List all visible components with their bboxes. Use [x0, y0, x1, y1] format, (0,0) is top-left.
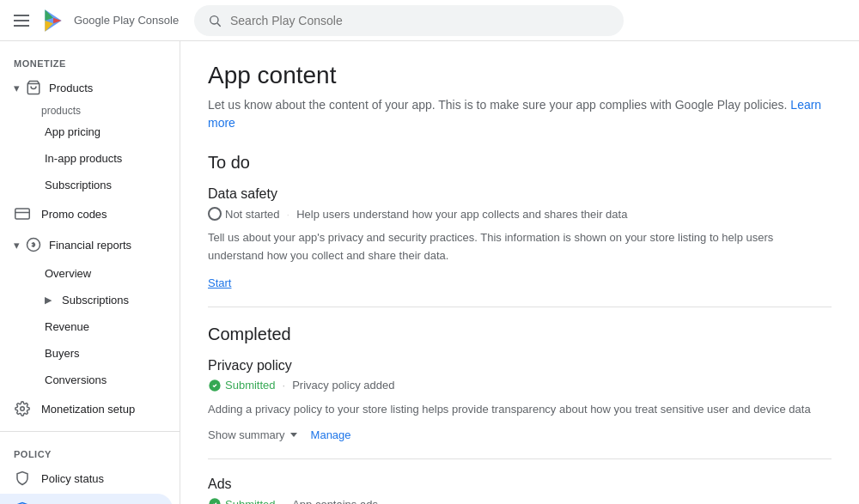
check-circle-icon-privacy [208, 379, 222, 392]
data-safety-desc: Tell us about your app's privacy and sec… [208, 229, 832, 265]
products-label: Products [49, 82, 93, 94]
chevron-down-icon-fin: ▾ [14, 239, 20, 252]
shield-icon [14, 470, 31, 487]
sidebar-item-revenue[interactable]: Revenue [0, 313, 173, 340]
revenue-label: Revenue [45, 320, 89, 333]
svg-rect-7 [15, 209, 30, 219]
overview-label: Overview [45, 267, 91, 280]
start-link[interactable]: Start [208, 276, 231, 289]
todo-section-title: To do [208, 153, 832, 173]
menu-icon[interactable] [14, 15, 29, 27]
sidebar-item-app-content[interactable]: App content [0, 494, 173, 504]
chevron-down-icon: ▾ [14, 82, 20, 94]
privacy-show-summary[interactable]: Show summary [208, 428, 297, 441]
not-started-text: Not started [225, 208, 280, 221]
sidebar-item-financial-reports[interactable]: ▾ Financial reports [0, 229, 180, 260]
ads-title: Ads [208, 477, 832, 492]
monetization-setup-label: Monetization setup [41, 403, 135, 416]
subscriptions-label: Subscriptions [45, 179, 112, 191]
play-logo-icon [40, 7, 67, 34]
search-icon [208, 14, 222, 27]
ads-status-desc: App contains ads [292, 498, 378, 504]
sidebar-item-overview[interactable]: Overview [0, 260, 173, 287]
sidebar-item-inapp-products[interactable]: In-app products [0, 145, 173, 172]
financial-reports-label: Financial reports [49, 239, 131, 252]
submitted-badge-ads: Submitted [208, 497, 276, 504]
shield-check-icon [14, 501, 31, 504]
promo-icon [14, 205, 31, 222]
sidebar-item-promo-codes[interactable]: Promo codes [0, 198, 173, 229]
monetize-section-label: Monetize [0, 48, 180, 72]
promo-codes-label: Promo codes [41, 208, 107, 221]
settings-icon [14, 400, 31, 417]
logo: Google Play Console [14, 7, 194, 34]
sidebar-divider [0, 431, 180, 432]
svg-line-5 [217, 23, 221, 27]
privacy-policy-actions: Show summary Manage [208, 428, 832, 441]
search-input[interactable] [230, 14, 610, 27]
submitted-text-ads: Submitted [225, 498, 276, 504]
not-started-badge: Not started [208, 207, 280, 221]
privacy-policy-desc: Adding a privacy policy to your store li… [208, 401, 832, 419]
policy-section-label: Policy [0, 439, 180, 463]
fin-subscriptions-label: Subscriptions [62, 294, 129, 307]
privacy-manage-link[interactable]: Manage [311, 428, 351, 441]
buyers-label: Buyers [45, 347, 79, 360]
sidebar-item-buyers[interactable]: Buyers [0, 340, 173, 367]
data-safety-card: Data safety Not started · Help users und… [208, 186, 832, 307]
layout: Monetize ▾ Products products App pricing… [0, 41, 859, 504]
sidebar-item-subscriptions-products[interactable]: Subscriptions [0, 172, 173, 198]
dollar-icon [25, 236, 42, 253]
sidebar-item-monetization-setup[interactable]: Monetization setup [0, 393, 173, 424]
products-sub-label: products [0, 103, 180, 118]
chevron-down-privacy [290, 433, 297, 437]
sidebar-item-products[interactable]: ▾ Products [0, 72, 180, 103]
completed-section-title: Completed [208, 325, 832, 344]
conversions-label: Conversions [45, 373, 107, 386]
check-circle-icon-ads [208, 497, 222, 504]
submitted-text-privacy: Submitted [225, 379, 276, 392]
app-pricing-label: App pricing [45, 125, 101, 138]
page-description: Let us know about the content of your ap… [208, 96, 832, 132]
page-title: App content [208, 62, 832, 89]
privacy-policy-title: Privacy policy [208, 358, 832, 373]
ads-card: Ads Submitted · App contains ads You mus… [208, 477, 832, 504]
privacy-policy-card: Privacy policy Submitted · Privacy polic… [208, 358, 832, 460]
sidebar-item-policy-status[interactable]: Policy status [0, 463, 173, 494]
data-safety-status-row: Not started · Help users understand how … [208, 207, 832, 221]
policy-status-label: Policy status [41, 472, 104, 485]
data-safety-title: Data safety [208, 186, 832, 202]
sidebar: Monetize ▾ Products products App pricing… [0, 41, 180, 504]
cart-icon [25, 79, 42, 96]
sidebar-item-conversions[interactable]: Conversions [0, 367, 173, 393]
sidebar-item-app-pricing[interactable]: App pricing [0, 118, 173, 145]
svg-point-11 [21, 407, 25, 411]
topbar: Google Play Console [0, 0, 859, 41]
sidebar-item-fin-subscriptions[interactable]: ▶ Subscriptions [0, 287, 173, 313]
submitted-badge-privacy: Submitted [208, 379, 276, 392]
ads-status-row: Submitted · App contains ads [208, 497, 832, 504]
privacy-policy-status-desc: Privacy policy added [292, 379, 394, 392]
logo-text: Google Play Console [74, 14, 179, 27]
chevron-right-icon: ▶ [45, 295, 57, 306]
data-safety-status-desc: Help users understand how your app colle… [296, 208, 627, 221]
not-started-dot [208, 207, 222, 221]
privacy-status-row: Submitted · Privacy policy added [208, 379, 832, 392]
svg-point-13 [209, 499, 220, 504]
svg-point-4 [210, 15, 218, 23]
inapp-products-label: In-app products [45, 152, 122, 165]
search-bar[interactable] [194, 5, 624, 36]
main-content: App content Let us know about the conten… [180, 41, 859, 504]
